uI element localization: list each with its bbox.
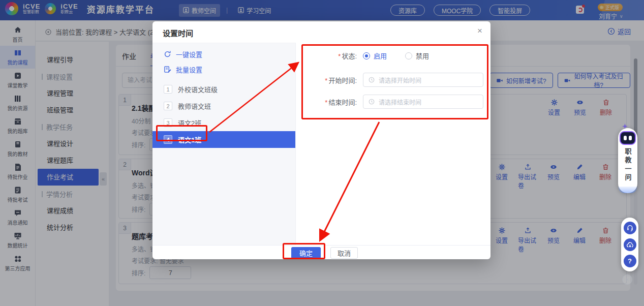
end-time-placeholder: 请选择结束时间 <box>379 98 421 106</box>
radio-label: 禁用 <box>416 51 429 60</box>
label-text: 开始时间: <box>328 77 357 84</box>
radio-dot-icon <box>363 52 370 59</box>
cloud-download-icon <box>626 241 634 249</box>
clock-icon <box>369 77 375 83</box>
required-mark: * <box>325 99 327 106</box>
class-row[interactable]: 3 语文2班 <box>152 114 295 131</box>
class-name: 语文2班 <box>178 118 201 128</box>
one-click-setting-item[interactable]: 一键设置 <box>152 46 295 62</box>
class-row[interactable]: 2 教师语文班 <box>152 98 295 114</box>
class-index: 1 <box>164 85 172 94</box>
class-index: 3 <box>164 118 172 127</box>
dialog-form-panel: *状态: 启用 禁用 *开始时间: 请选择开始时间 *结束时间: <box>296 43 490 245</box>
class-index: 4 <box>164 135 172 144</box>
dialog-footer: 确定 取消 <box>152 245 490 259</box>
end-time-row: *结束时间: 请选择结束时间 <box>311 95 483 109</box>
batch-edit-icon <box>164 66 171 73</box>
label-text: 结束时间: <box>328 99 357 106</box>
status-label: *状态: <box>311 51 357 60</box>
required-mark: * <box>338 52 341 60</box>
class-list: 1 外校语文班级 2 教师语文班 3 语文2班 4 语文1班 <box>152 81 295 148</box>
end-time-label: *结束时间: <box>311 97 357 107</box>
start-time-row: *开始时间: 请选择开始时间 <box>311 73 483 87</box>
robot-eye <box>629 136 632 140</box>
radio-disable[interactable]: 禁用 <box>405 51 429 60</box>
menu-label: 批量设置 <box>176 65 202 74</box>
class-index: 2 <box>164 102 172 110</box>
robot-face-icon <box>620 131 636 145</box>
radio-enable[interactable]: 启用 <box>363 51 387 60</box>
app-screen: iCVE 智慧职教 iCVE 职教云 资源库教学平台 教师空间 | 学习空间 资… <box>0 0 644 306</box>
cancel-button[interactable]: 取消 <box>330 247 358 259</box>
end-time-input[interactable]: 请选择结束时间 <box>363 95 483 109</box>
class-row-selected[interactable]: 4 语文1班 <box>152 131 295 148</box>
class-row[interactable]: 1 外校语文班级 <box>152 81 295 98</box>
confirm-button[interactable]: 确定 <box>291 247 321 259</box>
required-mark: * <box>325 77 327 84</box>
headset-icon <box>626 224 634 232</box>
floating-toolbar: ? <box>621 218 638 271</box>
download-button[interactable] <box>624 238 636 251</box>
radio-label: 启用 <box>374 51 387 60</box>
start-time-label: *开始时间: <box>311 75 357 85</box>
assistant-widget[interactable]: 职教一问 <box>618 128 637 193</box>
customer-service-button[interactable] <box>624 222 636 234</box>
help-button[interactable]: ? <box>624 255 636 267</box>
start-time-input[interactable]: 请选择开始时间 <box>363 73 483 87</box>
dialog-title: 设置时间 <box>163 27 193 38</box>
batch-setting-item[interactable]: 批量设置 <box>152 62 295 77</box>
dialog-class-panel: 一键设置 批量设置 1 外校语文班级 2 教师语文班 3 语文2班 <box>152 43 296 245</box>
robot-eye <box>624 136 627 140</box>
menu-label: 一键设置 <box>176 49 202 59</box>
close-icon[interactable]: × <box>477 26 482 36</box>
status-row: *状态: 启用 禁用 <box>311 51 447 60</box>
clock-icon <box>369 99 375 105</box>
radio-dot-icon <box>405 52 412 59</box>
one-click-refresh-icon <box>164 50 171 58</box>
class-name: 外校语文班级 <box>178 84 218 94</box>
set-time-dialog: 设置时间 × 一键设置 批量设置 1 外校语文班级 2 教师语文班 <box>152 21 490 259</box>
assistant-label: 职教一问 <box>623 148 633 182</box>
start-time-placeholder: 请选择开始时间 <box>379 76 421 84</box>
class-name: 语文1班 <box>178 135 201 144</box>
class-name: 教师语文班 <box>178 101 211 111</box>
widget-close-icon[interactable]: × <box>622 274 632 285</box>
label-text: 状态: <box>342 52 357 60</box>
